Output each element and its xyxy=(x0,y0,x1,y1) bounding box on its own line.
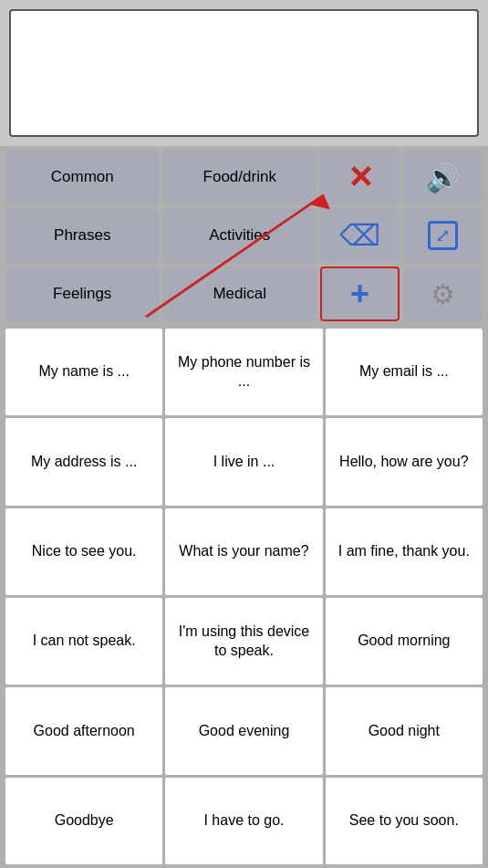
activities-button[interactable]: Activities xyxy=(163,208,317,263)
expand-button[interactable]: ⤢ xyxy=(403,208,483,263)
phrase-have-to-go[interactable]: I have to go. xyxy=(165,778,322,864)
phrase-iam-fine[interactable]: I am fine, thank you. xyxy=(326,508,483,595)
common-button[interactable]: Common xyxy=(5,150,160,204)
display-area xyxy=(9,9,479,137)
backspace-button[interactable]: ⌫ xyxy=(320,208,400,263)
speaker-icon: 🔊 xyxy=(426,162,460,193)
gear-icon: ⚙ xyxy=(431,278,455,310)
backspace-icon: ⌫ xyxy=(339,218,380,253)
phrase-what-name[interactable]: What is your name? xyxy=(165,508,322,595)
phrase-live-in[interactable]: I live in ... xyxy=(165,418,322,505)
phrase-good-afternoon[interactable]: Good afternoon xyxy=(5,687,162,774)
phrase-grid: My name is ... My phone number is ... My… xyxy=(0,325,488,868)
phrase-phone-number[interactable]: My phone number is ... xyxy=(165,329,322,415)
phrase-nice-to-see[interactable]: Nice to see you. xyxy=(5,508,162,595)
speaker-button[interactable]: 🔊 xyxy=(403,150,483,204)
phrase-good-night[interactable]: Good night xyxy=(326,687,483,774)
phrase-see-you-soon[interactable]: See to you soon. xyxy=(326,778,483,864)
category-grid: Common Food/drink ✕ 🔊 Phrases Activities… xyxy=(0,146,488,325)
phrase-using-device[interactable]: I'm using this device to speak. xyxy=(165,598,322,685)
phrase-good-morning[interactable]: Good morning xyxy=(326,598,483,685)
settings-button[interactable]: ⚙ xyxy=(403,267,483,321)
phrase-email[interactable]: My email is ... xyxy=(326,329,483,415)
phrase-hello[interactable]: Hello, how are you? xyxy=(326,418,483,505)
food-drink-button[interactable]: Food/drink xyxy=(163,150,317,204)
phrase-goodbye[interactable]: Goodbye xyxy=(5,778,162,864)
close-button[interactable]: ✕ xyxy=(320,150,400,204)
phrases-button[interactable]: Phrases xyxy=(5,208,160,263)
expand-icon: ⤢ xyxy=(428,221,458,250)
plus-icon: + xyxy=(350,277,369,310)
add-button[interactable]: + xyxy=(320,267,400,321)
phrase-address[interactable]: My address is ... xyxy=(5,418,162,505)
close-icon: ✕ xyxy=(348,162,373,193)
phrase-my-name[interactable]: My name is ... xyxy=(5,329,162,415)
phrase-cannot-speak[interactable]: I can not speak. xyxy=(5,598,162,685)
phrase-good-evening[interactable]: Good evening xyxy=(165,687,322,774)
feelings-button[interactable]: Feelings xyxy=(5,267,160,321)
medical-button[interactable]: Medical xyxy=(163,267,317,321)
